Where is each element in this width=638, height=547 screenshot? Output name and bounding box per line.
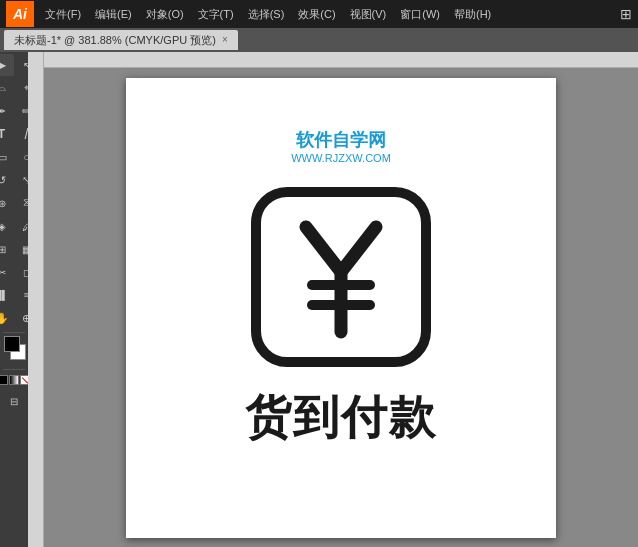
color-icons-area [0,375,28,385]
payment-icon-wrapper: 货到付款 [245,187,437,449]
eraser-tool[interactable]: ◻ [15,261,29,283]
menu-window[interactable]: 窗口(W) [393,4,447,25]
main-layout: ▶ ↖ ⌓ ⌖ ✒ ✏ T / ▭ ○ ↺ ⤡ ⊛ ⧖ [0,52,638,547]
color-mode-row [0,375,28,385]
yen-icon [276,212,406,342]
canvas-area: 软件自学网 WWW.RJZXW.COM [28,52,638,547]
menu-edit[interactable]: 编辑(E) [88,4,139,25]
tool-row-type: T / [0,123,28,145]
bar-chart-tool[interactable]: ≡ [15,284,29,306]
column-chart-tool[interactable]: ▐▌ [0,284,14,306]
menu-text[interactable]: 文字(T) [191,4,241,25]
watermark-url: WWW.RJZXW.COM [291,152,391,164]
menu-effect[interactable]: 效果(C) [291,4,342,25]
title-bar: Ai 文件(F) 编辑(E) 对象(O) 文字(T) 选择(S) 效果(C) 视… [0,0,638,28]
rotate-tool[interactable]: ↺ [0,169,14,191]
payment-label: 货到付款 [245,387,437,449]
zoom-tool[interactable]: ⊕ [15,307,29,329]
artboard-tool-area: ⊟ [2,390,26,412]
magic-wand-tool[interactable]: ⌖ [15,77,29,99]
tab-label: 未标题-1* @ 381.88% (CMYK/GPU 预览) [14,33,216,48]
tool-row-select: ▶ ↖ [0,54,28,76]
pencil-tool[interactable]: ✏ [15,100,29,122]
toolbox-separator-2 [3,369,25,370]
tab-close-button[interactable]: × [222,35,228,45]
hand-tool[interactable]: ✋ [0,307,14,329]
lasso-tool[interactable]: ⌓ [0,77,14,99]
document-tab[interactable]: 未标题-1* @ 381.88% (CMYK/GPU 预览) × [4,30,238,50]
tool-row-warp: ⊛ ⧖ [0,192,28,214]
menu-help[interactable]: 帮助(H) [447,4,498,25]
reflect-tool[interactable]: ⤡ [15,169,29,191]
tool-row-scissors: ✂ ◻ [0,261,28,283]
select-tool[interactable]: ▶ [0,54,14,76]
mesh-tool[interactable]: ⊞ [0,238,14,260]
toolbox-separator [3,332,25,333]
grid-icon[interactable]: ⊞ [620,6,632,22]
tool-row-mesh: ⊞ ▦ [0,238,28,260]
none-icon[interactable] [20,375,28,385]
eyedrop-tool[interactable]: 🖊 [15,215,29,237]
warp-tool[interactable]: ⊛ [0,192,14,214]
free-transform-tool[interactable]: ⧖ [15,192,29,214]
tab-bar: 未标题-1* @ 381.88% (CMYK/GPU 预览) × [0,28,638,52]
tool-row-chart: ▐▌ ≡ [0,284,28,306]
watermark: 软件自学网 WWW.RJZXW.COM [291,128,391,164]
foreground-color-swatch[interactable] [4,336,20,352]
tool-row-nav: ✋ ⊕ [0,307,28,329]
pen-tool[interactable]: ✒ [0,100,14,122]
artboard-tool[interactable]: ⊟ [2,390,26,412]
menu-object[interactable]: 对象(O) [139,4,191,25]
gradient-tool[interactable]: ▦ [15,238,29,260]
type-tool[interactable]: T [0,123,14,145]
gradient-icon[interactable] [9,375,19,385]
blend-tool[interactable]: ◈ [0,215,14,237]
tool-row-lasso: ⌓ ⌖ [0,77,28,99]
ellipse-tool[interactable]: ○ [15,146,29,168]
svg-line-0 [306,227,341,272]
title-bar-right: ⊞ [620,6,632,22]
direct-select-tool[interactable]: ↖ [15,54,29,76]
tool-row-shape: ▭ ○ [0,146,28,168]
menu-bar: 文件(F) 编辑(E) 对象(O) 文字(T) 选择(S) 效果(C) 视图(V… [38,4,616,25]
rect-tool[interactable]: ▭ [0,146,14,168]
menu-view[interactable]: 视图(V) [343,4,394,25]
ruler-left [28,52,44,547]
color-swatches-area [2,336,26,366]
svg-line-1 [341,227,376,272]
tool-row-transform: ↺ ⤡ [0,169,28,191]
line-tool[interactable]: / [15,123,29,145]
menu-file[interactable]: 文件(F) [38,4,88,25]
color-icon[interactable] [0,375,8,385]
toolbox: ▶ ↖ ⌓ ⌖ ✒ ✏ T / ▭ ○ ↺ ⤡ ⊛ ⧖ [0,52,28,547]
ruler-top [28,52,638,68]
app-logo: Ai [6,1,34,27]
tool-row-blend: ◈ 🖊 [0,215,28,237]
tool-row-pen: ✒ ✏ [0,100,28,122]
payment-icon-container [251,187,431,367]
canvas-content: 软件自学网 WWW.RJZXW.COM [126,78,556,538]
menu-select[interactable]: 选择(S) [241,4,292,25]
scissors-tool[interactable]: ✂ [0,261,14,283]
watermark-title: 软件自学网 [291,128,391,152]
